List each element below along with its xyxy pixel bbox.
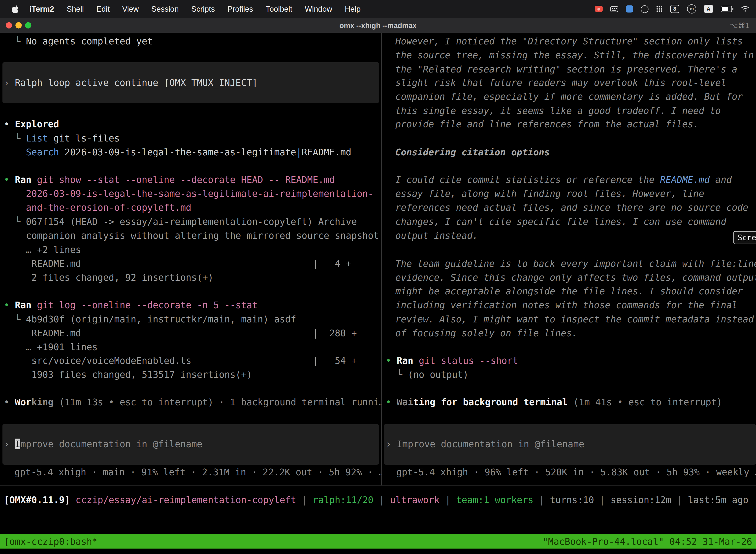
battery-percentage-icon[interactable]: .61 bbox=[687, 4, 696, 13]
git-log-output-2: README.md | 280 + bbox=[4, 326, 357, 340]
explored-header: • Explored bbox=[4, 117, 59, 131]
input-source-icon[interactable]: A bbox=[704, 5, 713, 13]
omx-session: session:12m bbox=[611, 494, 672, 505]
git-status-output: └ (no output) bbox=[386, 368, 468, 382]
git-show-output-2: companion analysis without altering the … bbox=[4, 229, 379, 242]
omx-branch: cczip/essay/ai-reimplementation-copyleft bbox=[76, 494, 296, 505]
pane-divider[interactable] bbox=[381, 33, 382, 485]
menu-shell[interactable]: Shell bbox=[67, 2, 84, 16]
menu-items: iTerm2 Shell Edit View Session Scripts P… bbox=[29, 2, 361, 16]
tmux-status-bar: [omx-cczip0:bash* "MacBook-Pro-44.local"… bbox=[0, 534, 756, 549]
tmux-session-name: [omx-cczip0:bash* bbox=[4, 534, 98, 549]
omx-mode: ultrawork bbox=[390, 494, 440, 505]
omx-status-bar: [OMX#0.11.9] cczip/essay/ai-reimplementa… bbox=[4, 493, 749, 507]
menu-window[interactable]: Window bbox=[305, 2, 332, 16]
dots-grid-icon[interactable] bbox=[656, 6, 663, 12]
menu-view[interactable]: View bbox=[122, 2, 139, 16]
explored-search-line: Search 2026-03-09-is-legal-the-same-as-l… bbox=[4, 145, 352, 159]
omx-turns: turns:10 bbox=[550, 494, 594, 505]
git-log-output-4: src/voice/voiceModeEnabled.ts | 54 + bbox=[4, 354, 357, 368]
model-status-line: gpt-5.4 xhigh · 96% left · 520K in · 5.8… bbox=[396, 465, 756, 479]
menu-app-name[interactable]: iTerm2 bbox=[29, 2, 54, 16]
omx-team: team:1 workers bbox=[456, 494, 533, 505]
thinking-paragraph-line: the "Related research writing" section i… bbox=[395, 62, 737, 76]
menu-edit[interactable]: Edit bbox=[97, 2, 110, 16]
composer-placeholder[interactable]: › Improve documentation in @filename bbox=[4, 437, 203, 451]
model-status-line: gpt-5.4 xhigh · main · 91% left · 2.31M … bbox=[14, 465, 381, 479]
thinking-paragraph-line: review. Also, I might want to inspect th… bbox=[395, 312, 754, 326]
clipped-screen-overlay: Scre bbox=[734, 231, 756, 244]
right-agent-pane: However, I noticed the "Directory Struct… bbox=[381, 33, 756, 485]
git-show-output-4: README.md | 4 + bbox=[4, 257, 352, 271]
window-title: omx --xhigh --madmax bbox=[0, 18, 756, 33]
thinking-paragraph-line: might be acceptable alongside the file l… bbox=[395, 284, 743, 298]
battery-icon[interactable] bbox=[721, 6, 734, 12]
browser-icon[interactable] bbox=[641, 5, 648, 13]
menu-session[interactable]: Session bbox=[151, 2, 179, 16]
thinking-paragraph-line: changes, I can't cite specific file line… bbox=[395, 215, 726, 229]
git-log-output-5: 1903 files changed, 513517 insertions(+) bbox=[4, 368, 252, 382]
menu-toolbelt[interactable]: Toolbelt bbox=[266, 2, 292, 16]
left-agent-pane: └ No agents completed yet › Ralph loop a… bbox=[0, 33, 381, 485]
thinking-paragraph-line: However, I noticed the "Directory Struct… bbox=[395, 34, 743, 48]
omx-last: last:5m ago bbox=[688, 494, 749, 505]
menu-scripts[interactable]: Scripts bbox=[191, 2, 215, 16]
window-title-bar[interactable]: omx --xhigh --madmax ⌥⌘1 bbox=[0, 18, 756, 33]
no-agents-line: └ No agents completed yet bbox=[4, 34, 153, 48]
thinking-paragraph-line: The team guideline is to back every impo… bbox=[395, 257, 756, 271]
waiting-status-line: • Waiting for background terminal (1m 41… bbox=[386, 395, 722, 409]
ran-git-log-header: • Ran git log --oneline --decorate -n 5 … bbox=[4, 298, 258, 312]
omx-version: [OMX#0.11.9] bbox=[4, 494, 70, 505]
menu-bar: iTerm2 Shell Edit View Session Scripts P… bbox=[0, 0, 756, 18]
git-show-output-5: 2 files changed, 92 insertions(+) bbox=[4, 271, 213, 285]
git-log-output-3: … +1901 lines bbox=[4, 340, 98, 354]
wifi-icon[interactable] bbox=[741, 6, 749, 12]
ran-git-show-wrap1: 2026-03-09-is-legal-the-same-as-legitima… bbox=[4, 187, 374, 201]
screen-recording-indicator-icon[interactable] bbox=[595, 6, 603, 12]
git-show-output-1: └ 067f154 (HEAD -> essay/ai-reimplementa… bbox=[4, 215, 357, 229]
thinking-paragraph-line: essay file, along with finding root file… bbox=[395, 187, 704, 201]
apple-menu-icon[interactable] bbox=[12, 4, 19, 13]
inject-banner-text: › Ralph loop active continue [OMX_TMUX_I… bbox=[4, 76, 258, 90]
menu-bar-status-icons: 8 .61 A bbox=[595, 0, 749, 18]
ran-git-show-wrap2: and-the-erosion-of-copyleft.md bbox=[4, 201, 191, 215]
onepassword-icon[interactable]: 8 bbox=[670, 5, 679, 13]
thinking-paragraph-line: evidence. Since this change only affects… bbox=[395, 271, 756, 285]
ran-git-show-header: • Ran git show --stat --oneline --decora… bbox=[4, 173, 335, 187]
thinking-paragraph-line: of focusing solely on file lines. bbox=[395, 326, 577, 340]
raycast-icon[interactable] bbox=[626, 5, 633, 12]
git-log-output-1: └ 4b9d30f (origin/main, instructkr/main,… bbox=[4, 312, 296, 326]
menu-help[interactable]: Help bbox=[345, 2, 361, 16]
thinking-paragraph-line: output instead. bbox=[395, 229, 478, 242]
screen: iTerm2 Shell Edit View Session Scripts P… bbox=[0, 0, 756, 554]
thinking-paragraph-line: the source tree, missing the essay. Stil… bbox=[395, 48, 754, 62]
thinking-paragraph-line: provide file and line references from th… bbox=[395, 117, 699, 131]
thinking-paragraph-line: slight risk that future readers may over… bbox=[395, 76, 726, 90]
thinking-paragraph-line: including verification notes with those … bbox=[395, 298, 737, 312]
ran-git-status-header: • Ran git status --short bbox=[386, 354, 518, 368]
thinking-section-heading: Considering citation options bbox=[395, 145, 550, 159]
keyboard-grid-icon[interactable] bbox=[611, 6, 618, 12]
git-show-output-3: … +2 lines bbox=[4, 243, 81, 257]
thinking-paragraph-line: I could cite commit statistics or refere… bbox=[395, 173, 732, 187]
thinking-paragraph-line: references need actual files, and since … bbox=[395, 201, 748, 215]
menu-profiles[interactable]: Profiles bbox=[228, 2, 253, 16]
omx-ralph-counter: ralph:11/20 bbox=[313, 494, 374, 505]
working-status-line: • Working (11m 13s • esc to interrupt) ·… bbox=[4, 395, 381, 409]
status-separator bbox=[0, 486, 756, 486]
window-shortcut-badge: ⌥⌘1 bbox=[730, 18, 749, 33]
tmux-host-clock: "MacBook-Pro-44.local" 04:52 31-Mar-26 bbox=[543, 534, 752, 549]
thinking-paragraph-line: this single essay, it seems like a good … bbox=[395, 104, 721, 118]
explored-list-line: └ List git ls-files bbox=[4, 131, 120, 145]
text-cursor: I bbox=[15, 439, 20, 449]
thinking-paragraph-line: companion file, especially if more comme… bbox=[395, 90, 743, 104]
readme-link: README.md bbox=[660, 174, 710, 185]
composer-placeholder[interactable]: › Improve documentation in @filename bbox=[386, 437, 584, 451]
